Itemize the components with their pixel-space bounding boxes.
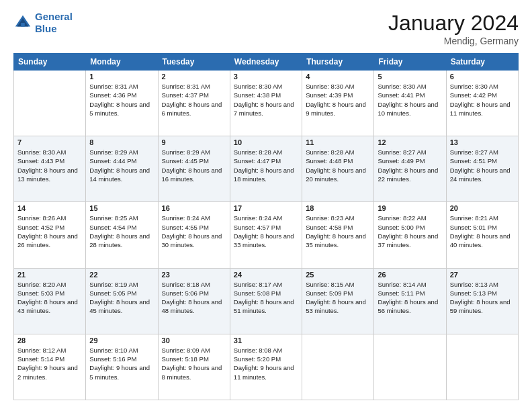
sunset: Sunset: 5:13 PM — [450, 289, 497, 297]
day-number: 15 — [89, 204, 154, 212]
sunrise: Sunrise: 8:22 AM — [378, 214, 426, 222]
sunset: Sunset: 5:09 PM — [306, 289, 353, 297]
sunrise: Sunrise: 8:28 AM — [306, 148, 354, 156]
sunrise: Sunrise: 8:29 AM — [162, 148, 210, 156]
weekday-header-wednesday: Wednesday — [230, 54, 302, 71]
sunset: Sunset: 4:54 PM — [89, 224, 136, 231]
day-cell — [302, 334, 374, 400]
daylight: Daylight: 8 hours and 24 minutes. — [450, 167, 511, 183]
day-cell: 16 Sunrise: 8:24 AM Sunset: 4:55 PM Dayl… — [158, 202, 230, 268]
sunset: Sunset: 5:20 PM — [234, 355, 281, 363]
day-info: Sunrise: 8:31 AM Sunset: 4:37 PM Dayligh… — [162, 82, 226, 118]
day-number: 9 — [162, 138, 226, 146]
day-number: 5 — [378, 73, 442, 81]
day-number: 4 — [306, 73, 370, 81]
sunrise: Sunrise: 8:23 AM — [306, 214, 354, 222]
day-info: Sunrise: 8:13 AM Sunset: 5:13 PM Dayligh… — [450, 280, 515, 316]
logo-line2: Blue — [35, 23, 57, 34]
week-row-3: 14 Sunrise: 8:26 AM Sunset: 4:52 PM Dayl… — [14, 202, 519, 268]
logo: General Blue — [13, 11, 73, 35]
day-number: 29 — [89, 336, 154, 345]
daylight: Daylight: 8 hours and 30 minutes. — [162, 232, 222, 248]
daylight: Daylight: 8 hours and 26 minutes. — [17, 232, 78, 248]
day-info: Sunrise: 8:23 AM Sunset: 4:58 PM Dayligh… — [306, 214, 370, 249]
logo-line1: General — [35, 11, 73, 22]
weekday-header-friday: Friday — [374, 54, 446, 71]
day-info: Sunrise: 8:22 AM Sunset: 5:00 PM Dayligh… — [378, 214, 442, 249]
daylight: Daylight: 8 hours and 16 minutes. — [162, 167, 222, 183]
sunrise: Sunrise: 8:30 AM — [17, 148, 66, 156]
day-info: Sunrise: 8:18 AM Sunset: 5:06 PM Dayligh… — [162, 280, 226, 316]
sunrise: Sunrise: 8:26 AM — [17, 214, 66, 222]
daylight: Daylight: 8 hours and 51 minutes. — [234, 298, 294, 314]
sunset: Sunset: 4:39 PM — [306, 91, 353, 99]
day-cell — [374, 334, 446, 400]
daylight: Daylight: 8 hours and 40 minutes. — [450, 232, 511, 248]
day-info: Sunrise: 8:31 AM Sunset: 4:36 PM Dayligh… — [89, 82, 154, 118]
title-section: January 2024 Mendig, Germany — [388, 11, 519, 46]
sunset: Sunset: 4:55 PM — [162, 224, 209, 231]
day-cell: 7 Sunrise: 8:30 AM Sunset: 4:43 PM Dayli… — [14, 136, 86, 202]
day-info: Sunrise: 8:24 AM Sunset: 4:57 PM Dayligh… — [234, 214, 298, 249]
sunrise: Sunrise: 8:27 AM — [450, 148, 498, 156]
svg-rect-2 — [21, 23, 25, 27]
sunrise: Sunrise: 8:27 AM — [378, 148, 426, 156]
week-row-5: 28 Sunrise: 8:12 AM Sunset: 5:14 PM Dayl… — [14, 334, 519, 400]
day-number: 11 — [306, 138, 370, 146]
daylight: Daylight: 8 hours and 59 minutes. — [450, 298, 511, 314]
sunrise: Sunrise: 8:28 AM — [234, 148, 282, 156]
sunset: Sunset: 4:36 PM — [89, 91, 136, 99]
day-number: 8 — [89, 138, 154, 146]
daylight: Daylight: 8 hours and 37 minutes. — [378, 232, 438, 248]
daylight: Daylight: 8 hours and 48 minutes. — [162, 298, 222, 314]
sunset: Sunset: 4:51 PM — [450, 157, 497, 165]
day-info: Sunrise: 8:20 AM Sunset: 5:03 PM Dayligh… — [17, 280, 82, 316]
day-info: Sunrise: 8:30 AM Sunset: 4:39 PM Dayligh… — [306, 82, 370, 118]
month-title: January 2024 — [388, 11, 519, 36]
sunrise: Sunrise: 8:30 AM — [450, 83, 498, 90]
calendar-table: SundayMondayTuesdayWednesdayThursdayFrid… — [13, 53, 519, 400]
day-number: 10 — [234, 138, 298, 146]
day-cell — [14, 71, 86, 136]
day-cell: 25 Sunrise: 8:15 AM Sunset: 5:09 PM Dayl… — [302, 268, 374, 334]
sunrise: Sunrise: 8:17 AM — [234, 281, 282, 288]
daylight: Daylight: 8 hours and 45 minutes. — [89, 298, 150, 314]
daylight: Daylight: 9 hours and 2 minutes. — [17, 364, 78, 380]
day-cell: 4 Sunrise: 8:30 AM Sunset: 4:39 PM Dayli… — [302, 71, 374, 136]
sunrise: Sunrise: 8:18 AM — [162, 281, 210, 288]
day-number: 21 — [17, 271, 82, 279]
sunset: Sunset: 5:00 PM — [378, 224, 425, 231]
day-info: Sunrise: 8:09 AM Sunset: 5:18 PM Dayligh… — [162, 346, 226, 381]
daylight: Daylight: 8 hours and 9 minutes. — [306, 101, 366, 117]
logo-text: General Blue — [35, 11, 73, 35]
daylight: Daylight: 8 hours and 6 minutes. — [162, 101, 222, 117]
day-info: Sunrise: 8:12 AM Sunset: 5:14 PM Dayligh… — [17, 346, 82, 381]
daylight: Daylight: 9 hours and 8 minutes. — [162, 364, 222, 380]
sunrise: Sunrise: 8:30 AM — [234, 83, 282, 90]
day-cell — [446, 334, 518, 400]
daylight: Daylight: 8 hours and 28 minutes. — [89, 232, 150, 248]
sunrise: Sunrise: 8:24 AM — [162, 214, 210, 222]
day-number: 6 — [450, 73, 515, 81]
day-info: Sunrise: 8:10 AM Sunset: 5:16 PM Dayligh… — [89, 346, 154, 381]
sunrise: Sunrise: 8:13 AM — [450, 281, 498, 288]
logo-icon — [13, 13, 32, 32]
sunrise: Sunrise: 8:29 AM — [89, 148, 138, 156]
sunrise: Sunrise: 8:30 AM — [306, 83, 354, 90]
day-cell: 8 Sunrise: 8:29 AM Sunset: 4:44 PM Dayli… — [86, 136, 158, 202]
daylight: Daylight: 8 hours and 11 minutes. — [450, 101, 511, 117]
daylight: Daylight: 8 hours and 10 minutes. — [378, 101, 438, 117]
day-info: Sunrise: 8:25 AM Sunset: 4:54 PM Dayligh… — [89, 214, 154, 249]
day-cell: 19 Sunrise: 8:22 AM Sunset: 5:00 PM Dayl… — [374, 202, 446, 268]
sunset: Sunset: 5:14 PM — [17, 355, 64, 363]
sunset: Sunset: 5:18 PM — [162, 355, 209, 363]
day-cell: 1 Sunrise: 8:31 AM Sunset: 4:36 PM Dayli… — [86, 71, 158, 136]
day-cell: 10 Sunrise: 8:28 AM Sunset: 4:47 PM Dayl… — [230, 136, 302, 202]
sunset: Sunset: 4:41 PM — [378, 91, 425, 99]
sunset: Sunset: 5:16 PM — [89, 355, 136, 363]
weekday-header-thursday: Thursday — [302, 54, 374, 71]
sunset: Sunset: 5:08 PM — [234, 289, 281, 297]
daylight: Daylight: 8 hours and 33 minutes. — [234, 232, 294, 248]
day-number: 25 — [306, 271, 370, 279]
day-number: 22 — [89, 271, 154, 279]
